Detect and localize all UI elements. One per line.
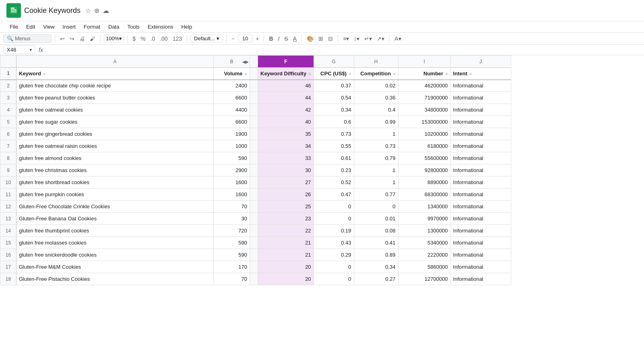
col-header-J[interactable]: J — [450, 56, 511, 68]
cell-11-kd[interactable]: 26 — [258, 189, 314, 201]
paint-format-button[interactable]: 🖌 — [88, 35, 97, 43]
zoom-selector[interactable]: 100% ▾ — [104, 35, 124, 42]
underline-button[interactable]: A — [291, 35, 298, 43]
kd-sort-icon[interactable]: ≡ — [309, 72, 311, 76]
decrease-decimal-button[interactable]: .0 — [149, 35, 157, 43]
cell-15-keyword[interactable]: gluten free molasses cookies — [17, 237, 214, 249]
cell-10-kd[interactable]: 27 — [258, 176, 314, 189]
cell-5-keyword[interactable]: gluten free sugar cookies — [17, 116, 214, 128]
redo-button[interactable]: ↪ — [68, 35, 76, 43]
cell-9-number[interactable]: 92800000 — [398, 164, 450, 176]
cell-11-intent[interactable]: Informational — [450, 189, 511, 201]
cell-10-intent[interactable]: Informational — [450, 176, 511, 189]
cell-6-cpc[interactable]: 0.73 — [314, 128, 354, 140]
cell-4-competition[interactable]: 0.4 — [354, 104, 398, 116]
cell-13-intent[interactable]: Informational — [450, 213, 511, 225]
cell-9-competition[interactable]: 1 — [354, 164, 398, 176]
cell-12-competition[interactable]: 0 — [354, 201, 398, 213]
cell-13-cpc[interactable]: 0 — [314, 213, 354, 225]
cell-9-volume[interactable]: 2900 — [214, 164, 250, 176]
cell-14-cpc[interactable]: 0.19 — [314, 225, 354, 237]
cell-14-volume[interactable]: 720 — [214, 225, 250, 237]
wrap-button[interactable]: ↵▾ — [363, 35, 374, 43]
cell-16-number[interactable]: 2220000 — [398, 249, 450, 261]
cell-5-number[interactable]: 153000000 — [398, 116, 450, 128]
cell-10-cpc[interactable]: 0.52 — [314, 176, 354, 189]
menu-edit[interactable]: Edit — [23, 22, 38, 31]
cell-8-intent[interactable]: Informational — [450, 152, 511, 164]
cell-7-competition[interactable]: 0.73 — [354, 140, 398, 152]
text-color-button[interactable]: A▾ — [393, 35, 402, 43]
cell-7-keyword[interactable]: gluten free oatmeal raisin cookies — [17, 140, 214, 152]
cell-2-intent[interactable]: Informational — [450, 80, 511, 92]
cell-2-kd[interactable]: 46 — [258, 80, 314, 92]
cell-2-keyword[interactable]: gluten free chocolate chip cookie recipe — [17, 80, 214, 92]
cell-5-volume[interactable]: 6600 — [214, 116, 250, 128]
cell-12-cpc[interactable]: 0 — [314, 201, 354, 213]
cell-7-intent[interactable]: Informational — [450, 140, 511, 152]
search-box[interactable]: 🔍 Menus — [3, 34, 52, 43]
cell-3-keyword[interactable]: gluten free peanut butter cookies — [17, 92, 214, 104]
cell-6-kd[interactable]: 35 — [258, 128, 314, 140]
cell-10-competition[interactable]: 1 — [354, 176, 398, 189]
cell-16-intent[interactable]: Informational — [450, 249, 511, 261]
strikethrough-button[interactable]: S — [283, 35, 289, 43]
cell-18-intent[interactable]: Informational — [450, 273, 511, 285]
cell-2-volume[interactable]: 2400 — [214, 80, 250, 92]
cell-3-kd[interactable]: 44 — [258, 92, 314, 104]
cell-11-cpc[interactable]: 0.47 — [314, 189, 354, 201]
cell-17-intent[interactable]: Informational — [450, 261, 511, 273]
cell-14-competition[interactable]: 0.08 — [354, 225, 398, 237]
keyword-sort-icon[interactable]: ≡ — [43, 72, 46, 76]
cell-16-cpc[interactable]: 0.29 — [314, 249, 354, 261]
menu-file[interactable]: File — [6, 22, 21, 31]
cpc-sort-icon[interactable]: ≡ — [349, 72, 351, 76]
cell-5-intent[interactable]: Informational — [450, 116, 511, 128]
cell-11-competition[interactable]: 0.77 — [354, 189, 398, 201]
cell-6-competition[interactable]: 1 — [354, 128, 398, 140]
cell-15-number[interactable]: 5340000 — [398, 237, 450, 249]
col-header-I[interactable]: I — [398, 56, 450, 68]
cell-6-volume[interactable]: 1900 — [214, 128, 250, 140]
cell-3-competition[interactable]: 0.36 — [354, 92, 398, 104]
fill-color-button[interactable]: 🎨 — [305, 35, 315, 43]
cell-17-cpc[interactable]: 0 — [314, 261, 354, 273]
col-header-F[interactable]: F — [258, 56, 314, 68]
cell-17-number[interactable]: 5860000 — [398, 261, 450, 273]
cell-11-volume[interactable]: 1600 — [214, 189, 250, 201]
cloud-icon[interactable]: ☁ — [103, 7, 109, 15]
menu-format[interactable]: Format — [80, 22, 103, 31]
cell-16-kd[interactable]: 21 — [258, 249, 314, 261]
menu-extensions[interactable]: Extensions — [144, 22, 177, 31]
cell-12-kd[interactable]: 25 — [258, 201, 314, 213]
italic-button[interactable]: I — [277, 35, 281, 43]
col-header-H[interactable]: H — [354, 56, 398, 68]
font-family-selector[interactable]: Default... ▾ — [190, 35, 223, 42]
cell-18-cpc[interactable]: 0 — [314, 273, 354, 285]
cell-14-keyword[interactable]: gluten free thumbprint cookies — [17, 225, 214, 237]
cell-18-keyword[interactable]: Gluten-Free Pistachio Cookies — [17, 273, 214, 285]
cell-3-volume[interactable]: 6600 — [214, 92, 250, 104]
cell-16-keyword[interactable]: gluten free snickerdoodle cookies — [17, 249, 214, 261]
menu-tools[interactable]: Tools — [124, 22, 142, 31]
cell-7-kd[interactable]: 34 — [258, 140, 314, 152]
increase-decimal-button[interactable]: .00 — [158, 35, 169, 43]
cell-3-number[interactable]: 71900000 — [398, 92, 450, 104]
rotate-button[interactable]: ↗▾ — [375, 35, 386, 43]
competition-sort-icon[interactable]: ≡ — [393, 72, 396, 76]
cell-8-cpc[interactable]: 0.61 — [314, 152, 354, 164]
cell-6-intent[interactable]: Informational — [450, 128, 511, 140]
number-sort-icon[interactable]: ≡ — [446, 72, 448, 76]
align-button[interactable]: ≡▾ — [341, 35, 351, 43]
formula-input[interactable] — [46, 47, 641, 53]
cell-12-volume[interactable]: 70 — [214, 201, 250, 213]
cell-15-volume[interactable]: 590 — [214, 237, 250, 249]
drive-icon[interactable]: ⊛ — [94, 7, 99, 15]
cell-12-intent[interactable]: Informational — [450, 201, 511, 213]
cell-16-competition[interactable]: 0.89 — [354, 249, 398, 261]
volume-sort-icon[interactable]: ≡ — [245, 72, 247, 76]
cell-4-keyword[interactable]: gluten free oatmeal cookies — [17, 104, 214, 116]
cell-13-volume[interactable]: 30 — [214, 213, 250, 225]
cell-13-competition[interactable]: 0.01 — [354, 213, 398, 225]
cell-18-kd[interactable]: 20 — [258, 273, 314, 285]
